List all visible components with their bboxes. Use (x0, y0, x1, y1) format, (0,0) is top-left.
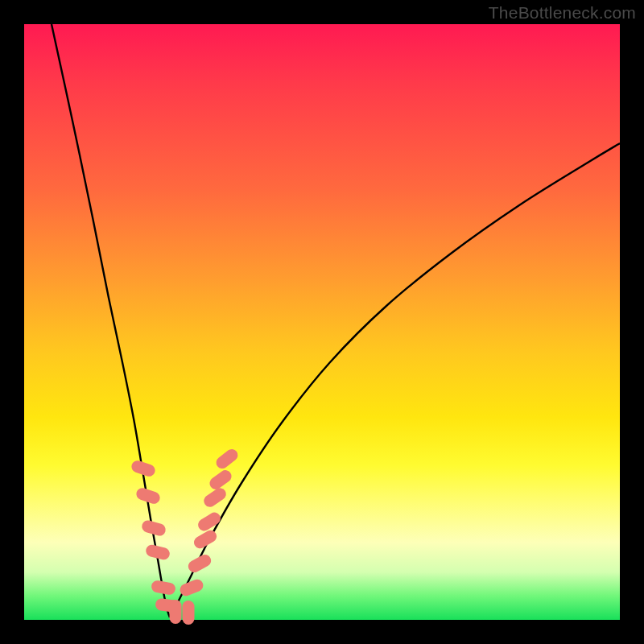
marker-pill (196, 510, 222, 534)
curve-right-branch (170, 143, 620, 617)
marker-pill (214, 447, 241, 471)
marker-pill (151, 580, 176, 596)
marker-pill (186, 552, 213, 574)
marker-pill (183, 601, 195, 625)
chart-svg (24, 24, 620, 620)
marker-pill (170, 600, 182, 624)
watermark-text: TheBottleneck.com (489, 3, 636, 23)
outer-frame: TheBottleneck.com (0, 0, 644, 644)
marker-pill (145, 543, 171, 561)
marker-pills-group (130, 447, 240, 625)
